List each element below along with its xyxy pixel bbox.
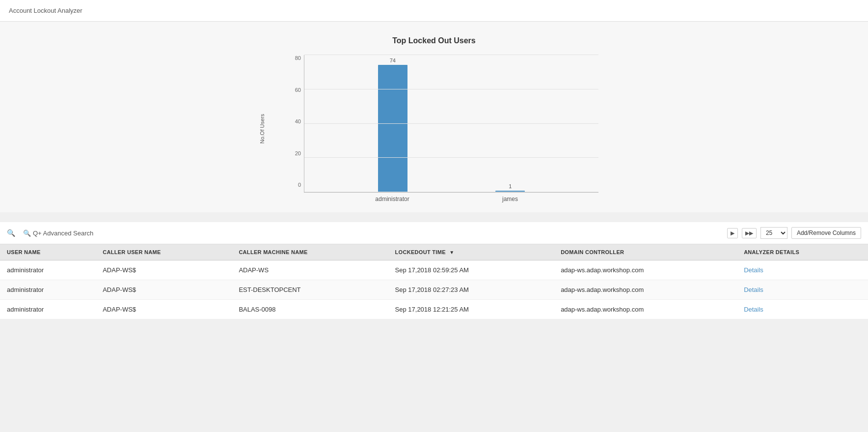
bar-value-james: 1 [509,183,512,189]
cell-domain_controller-1: adap-ws.adap.workshop.com [554,280,737,300]
toolbar-right: ▶ ▶▶ 25 50 100 Add/Remove Columns [727,227,861,239]
app-header: Account Lockout Analyzer [0,0,868,22]
details-link-1[interactable]: Details [744,286,763,293]
col-header-caller-machine: CALLER MACHINE NAME [232,244,388,260]
y-tick-20: 20 [277,150,304,156]
advanced-search-button[interactable]: 🔍 Q+ Advanced Search [23,230,93,237]
y-tick-60: 60 [277,87,304,93]
table-row: administratorADAP-WS$BALAS-0098Sep 17,20… [0,300,868,319]
nav-next-button[interactable]: ▶ [727,228,738,238]
cell-domain_controller-2: adap-ws.adap.workshop.com [554,300,737,319]
cell-lockout_time-2: Sep 17,2018 12:21:25 AM [388,300,554,319]
x-label-administrator: administrator [333,193,451,202]
search-icon-button[interactable]: 🔍 [7,229,15,237]
col-header-caller-username: CALLER USER NAME [96,244,232,260]
chart-wrapper: No.Of Users 0 20 40 60 80 [247,55,621,202]
bar-rect-administrator [378,65,407,192]
grid-line-80 [304,55,598,55]
x-labels: administrator james [304,193,598,202]
table-toolbar: 🔍 🔍 Q+ Advanced Search ▶ ▶▶ 25 50 100 Ad… [0,222,868,244]
y-axis-title: No.Of Users [259,114,265,144]
y-tick-labels: 0 20 40 60 80 [277,55,304,188]
nav-last-button[interactable]: ▶▶ [742,228,757,238]
cell-details-2[interactable]: Details [737,300,868,319]
cell-caller_machine-1: EST-DESKTOPCENT [232,280,388,300]
grid-line-60 [304,89,598,89]
y-tick-0: 0 [277,182,304,188]
cell-caller_machine-0: ADAP-WS [232,260,388,280]
grid-line-40 [304,123,598,124]
table-row: administratorADAP-WS$EST-DESKTOPCENTSep … [0,280,868,300]
cell-caller_username-1: ADAP-WS$ [96,280,232,300]
chart-section: Top Locked Out Users No.Of Users 0 20 40… [0,22,868,212]
cell-username-1: administrator [0,280,96,300]
cell-details-0[interactable]: Details [737,260,868,280]
chart-title: Top Locked Out Users [392,36,476,45]
cell-username-2: administrator [0,300,96,319]
col-header-lockout-time[interactable]: LOCKEDOUT TIME ▼ [388,244,554,260]
search-icon: 🔍 [7,229,15,237]
cell-details-1[interactable]: Details [737,280,868,300]
chart-plot-area: 74 1 [304,55,598,193]
cell-username-0: administrator [0,260,96,280]
y-tick-40: 40 [277,118,304,124]
advanced-search-icon: 🔍 [23,230,31,237]
cell-lockout_time-1: Sep 17,2018 02:27:23 AM [388,280,554,300]
col-header-analyzer-details: ANALYZER DETAILS [737,244,868,260]
cell-domain_controller-0: adap-ws.adap.workshop.com [554,260,737,280]
bar-james: 1 [452,183,570,193]
grid-line-0 [304,192,598,192]
cell-caller_username-2: ADAP-WS$ [96,300,232,319]
y-tick-80: 80 [277,55,304,61]
bars-container: 74 1 [304,55,598,192]
details-link-0[interactable]: Details [744,266,763,274]
data-table: USER NAME CALLER USER NAME CALLER MACHIN… [0,244,868,319]
bar-administrator: 74 [334,58,452,192]
grid-line-20 [304,157,598,158]
cell-caller_username-0: ADAP-WS$ [96,260,232,280]
cell-caller_machine-2: BALAS-0098 [232,300,388,319]
page-size-select[interactable]: 25 50 100 [760,227,787,239]
advanced-search-label: Q+ Advanced Search [33,230,93,237]
chart-plot: 0 20 40 60 80 [277,55,621,202]
toolbar-left: 🔍 🔍 Q+ Advanced Search [7,229,93,237]
bar-value-administrator: 74 [390,58,396,63]
details-link-2[interactable]: Details [744,306,763,313]
col-header-domain-controller: DOMAIN CONTROLLER [554,244,737,260]
x-label-james: james [451,193,569,202]
table-section: 🔍 🔍 Q+ Advanced Search ▶ ▶▶ 25 50 100 Ad… [0,222,868,319]
col-header-username: USER NAME [0,244,96,260]
app-title: Account Lockout Analyzer [9,7,82,14]
table-header-row: USER NAME CALLER USER NAME CALLER MACHIN… [0,244,868,260]
cell-lockout_time-0: Sep 17,2018 02:59:25 AM [388,260,554,280]
sort-arrow-lockout: ▼ [449,250,454,255]
add-remove-columns-button[interactable]: Add/Remove Columns [791,227,861,239]
table-row: administratorADAP-WS$ADAP-WSSep 17,2018 … [0,260,868,280]
